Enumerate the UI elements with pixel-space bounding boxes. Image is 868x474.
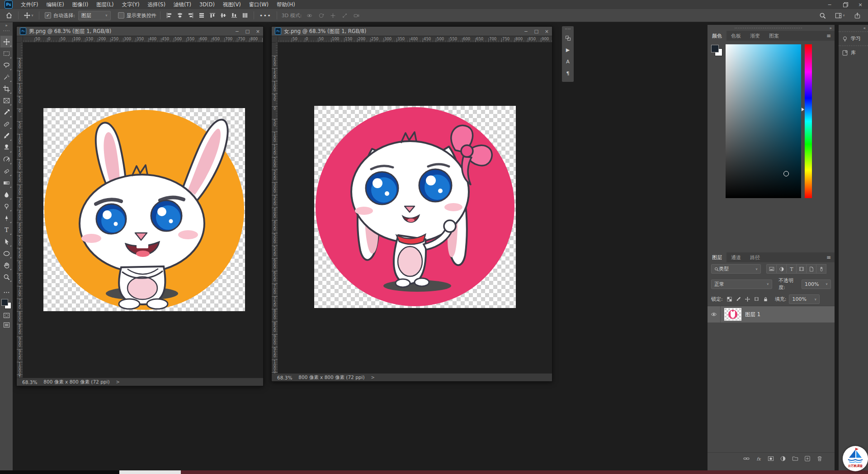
vertical-ruler[interactable]: 2 0 01 5 01 0 05 005 01 0 01 5 02 0 02 5… <box>272 43 278 373</box>
doc-maximize-button[interactable]: □ <box>531 27 542 36</box>
search-icon[interactable] <box>819 12 826 19</box>
distribute-horizontal-centers[interactable] <box>197 10 207 20</box>
menu-filter[interactable]: 滤镜(T) <box>170 1 195 8</box>
doc-close-button[interactable]: × <box>253 27 263 36</box>
toolbar-grip[interactable] <box>3 30 9 31</box>
hue-slider[interactable] <box>805 44 812 198</box>
blend-mode-dropdown[interactable]: 正常 ∨ <box>711 280 772 289</box>
rectangular-marquee-tool[interactable] <box>0 47 12 59</box>
layers-panel-menu-icon[interactable]: ≡ <box>823 252 835 262</box>
panel-grip[interactable] <box>565 28 571 29</box>
filter-on-toggle[interactable] <box>816 264 826 274</box>
horizontal-ruler[interactable]: 5005010015020025030035040045050055060065… <box>23 36 263 43</box>
gradient-tool[interactable] <box>0 177 12 189</box>
filter-type-layers[interactable] <box>787 264 797 274</box>
lock-image-pixels[interactable] <box>735 295 742 303</box>
opacity-dropdown[interactable]: 100% ∨ <box>802 280 831 289</box>
auto-select-dropdown[interactable]: 图层∨ <box>78 11 111 20</box>
toolbar-collapse-icon[interactable]: » <box>5 22 8 28</box>
hue-slider-thumb[interactable] <box>802 108 804 111</box>
learn-panel-button[interactable]: 学习 <box>839 31 868 45</box>
3d-pan[interactable] <box>328 10 338 20</box>
status-zoom-level[interactable]: 68.3% <box>277 375 292 380</box>
quick-mask-icon[interactable] <box>3 312 10 319</box>
current-tool-icon[interactable]: ∨ <box>24 12 33 19</box>
crop-tool[interactable] <box>0 83 12 95</box>
align-top-edges[interactable] <box>208 10 217 20</box>
color-tab-patterns[interactable]: 图案 <box>764 31 783 41</box>
add-layer-mask[interactable] <box>768 455 774 462</box>
align-vertical-centers[interactable] <box>218 10 228 20</box>
align-right-edges[interactable] <box>186 10 196 20</box>
status-options-icon[interactable]: > <box>371 375 374 380</box>
document-title-bar[interactable]: Ps 男.png @ 68.3% (图层 1, RGB/8) ─ □ × <box>17 27 263 36</box>
fill-dropdown[interactable]: 100% ∨ <box>789 294 820 304</box>
frame-tool[interactable] <box>0 95 12 106</box>
panel-foreground-swatch[interactable] <box>711 45 719 52</box>
menu-layer[interactable]: 图层(L) <box>92 1 118 8</box>
menu-view[interactable]: 视图(V) <box>219 1 245 8</box>
path-selection-tool[interactable] <box>0 236 12 247</box>
layer-row[interactable]: 图层 1 <box>708 306 835 322</box>
status-zoom-level[interactable]: 68.3% <box>22 379 37 385</box>
color-swatches[interactable] <box>1 299 12 309</box>
lasso-tool[interactable] <box>0 59 12 71</box>
color-picker-cursor[interactable] <box>783 171 789 176</box>
libraries-panel-button[interactable]: 库 <box>839 45 868 59</box>
share-icon[interactable] <box>854 12 861 19</box>
new-group[interactable] <box>792 455 798 462</box>
layers-tab-channels[interactable]: 通道 <box>726 252 745 262</box>
eraser-tool[interactable] <box>0 165 12 177</box>
menu-select[interactable]: 选择(S) <box>144 1 170 8</box>
move-tool[interactable] <box>0 36 12 47</box>
canvas-female[interactable] <box>314 106 516 308</box>
color-tab-color[interactable]: 颜色 <box>708 31 726 41</box>
layers-tab-layers[interactable]: 图层 <box>708 252 726 262</box>
layers-tab-paths[interactable]: 路径 <box>745 252 764 262</box>
filter-smart-objects[interactable] <box>807 264 816 274</box>
layer-filter-type-dropdown[interactable]: 类型 ∨ <box>711 264 761 274</box>
canvas-male[interactable] <box>43 108 245 311</box>
lock-all[interactable] <box>762 295 769 303</box>
lock-artboard-nesting[interactable] <box>753 295 760 303</box>
spot-healing-brush-tool[interactable] <box>0 118 12 130</box>
horizontal-ruler[interactable]: 5005010015020025030035040045050055060065… <box>278 36 552 43</box>
document-title-bar[interactable]: Ps 女.png @ 68.3% (图层 1, RGB/8) ─ □ × <box>272 27 552 36</box>
3d-camera[interactable] <box>352 10 362 20</box>
pen-tool[interactable] <box>0 212 12 224</box>
vertical-ruler[interactable]: 2 0 01 5 01 0 05 005 01 0 01 5 02 0 02 5… <box>17 43 23 378</box>
3d-slide[interactable] <box>340 10 350 20</box>
app-close-button[interactable]: × <box>853 0 868 9</box>
filter-pixel-layers[interactable] <box>766 264 777 274</box>
workspace-switcher-icon[interactable]: ∨ <box>835 12 845 19</box>
status-options-icon[interactable]: > <box>116 379 119 384</box>
new-adjustment-layer[interactable] <box>780 455 786 462</box>
lock-position[interactable] <box>744 295 751 303</box>
distribute-vertical-centers[interactable] <box>240 10 250 20</box>
properties-panel[interactable]: ▶ <box>562 44 573 56</box>
doc-minimize-button[interactable]: ─ <box>232 27 242 36</box>
home-button[interactable] <box>5 12 13 19</box>
eyedropper-tool[interactable] <box>0 106 12 118</box>
history-panel[interactable] <box>562 32 573 44</box>
menu-file[interactable]: 文件(F) <box>17 1 42 8</box>
align-left-edges[interactable] <box>164 10 174 20</box>
hand-tool[interactable] <box>0 259 12 271</box>
menu-3d[interactable]: 3D(D) <box>195 1 219 8</box>
show-transform-checkbox[interactable] <box>118 12 124 19</box>
menu-image[interactable]: 图像(I) <box>68 1 92 8</box>
layer-visibility-toggle[interactable] <box>708 306 721 322</box>
align-bottom-edges[interactable] <box>229 10 239 20</box>
edit-toolbar-icon[interactable] <box>3 289 10 296</box>
delete-layer[interactable] <box>816 455 823 462</box>
dock-grip[interactable] <box>735 28 802 28</box>
saturation-brightness-picker[interactable] <box>726 44 801 198</box>
dodge-tool[interactable] <box>0 200 12 212</box>
layer-thumbnail[interactable] <box>724 308 741 321</box>
taskbar-active-window[interactable] <box>119 470 181 474</box>
type-tool[interactable] <box>0 224 12 236</box>
blur-tool[interactable] <box>0 189 12 200</box>
taskbar[interactable] <box>0 470 868 474</box>
more-options-icon[interactable]: ••• <box>259 12 271 19</box>
brush-tool[interactable] <box>0 130 12 142</box>
